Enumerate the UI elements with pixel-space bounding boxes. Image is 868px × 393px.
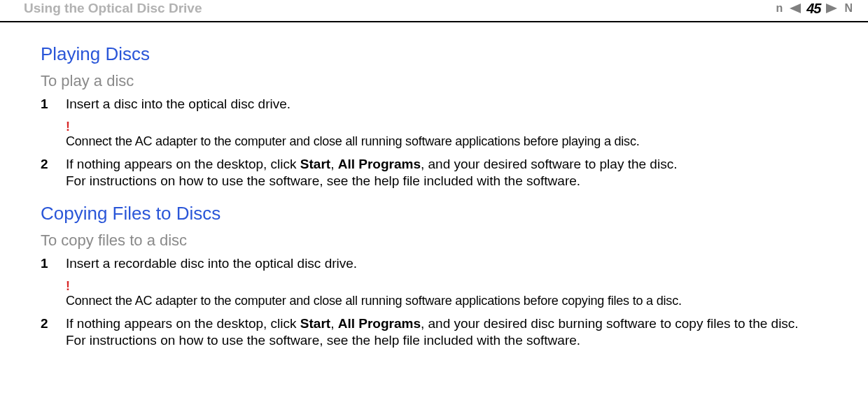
warning-note: ! Connect the AC adapter to the computer… (66, 280, 844, 308)
page: Using the Optical Disc Drive n 45 N Play… (0, 0, 868, 368)
text-fragment: , and your desired software to play the … (421, 157, 677, 171)
step-number: 2 (41, 156, 66, 173)
bold-all-programs: All Programs (338, 316, 421, 331)
warning-icon: ! (66, 280, 844, 292)
step-text: If nothing appears on the desktop, click… (66, 156, 844, 190)
step-number: 1 (41, 96, 66, 113)
arrow-right-icon[interactable] (826, 3, 837, 13)
section-heading-playing-discs: Playing Discs (41, 43, 844, 65)
text-fragment: , (330, 157, 338, 171)
page-number: 45 (806, 1, 820, 17)
bold-all-programs: All Programs (338, 157, 421, 171)
arrow-left-icon[interactable] (790, 3, 801, 13)
subheading-to-play-a-disc: To play a disc (41, 72, 844, 90)
section-heading-copying-files: Copying Files to Discs (41, 203, 844, 224)
text-fragment: For instructions on how to use the softw… (66, 173, 580, 188)
step-1: 1 Insert a disc into the optical disc dr… (41, 96, 844, 113)
step-number: 2 (41, 315, 66, 333)
subheading-to-copy-files: To copy files to a disc (41, 231, 844, 250)
bold-start: Start (300, 316, 330, 331)
top-bar: Using the Optical Disc Drive n 45 N (0, 0, 868, 22)
nav-next-letter: N (844, 2, 853, 15)
warning-note: ! Connect the AC adapter to the computer… (66, 120, 844, 149)
warning-text: Connect the AC adapter to the computer a… (66, 134, 844, 149)
content: Playing Discs To play a disc 1 Insert a … (0, 22, 868, 368)
breadcrumb: Using the Optical Disc Drive (24, 1, 202, 16)
text-fragment: , and your desired disc burning software… (421, 316, 799, 331)
step-text: Insert a recordable disc into the optica… (66, 255, 844, 273)
step-1: 1 Insert a recordable disc into the opti… (41, 255, 844, 273)
text-fragment: If nothing appears on the desktop, click (66, 316, 300, 331)
step-2: 2 If nothing appears on the desktop, cli… (41, 315, 844, 350)
text-fragment: If nothing appears on the desktop, click (66, 157, 300, 171)
nav-prev-letter: n (776, 2, 783, 15)
page-nav: n 45 N (774, 1, 854, 17)
text-fragment: For instructions on how to use the softw… (66, 333, 580, 348)
bold-start: Start (300, 157, 330, 171)
step-text: If nothing appears on the desktop, click… (66, 315, 844, 350)
warning-text: Connect the AC adapter to the computer a… (66, 294, 844, 308)
step-text: Insert a disc into the optical disc driv… (66, 96, 844, 113)
text-fragment: , (330, 316, 338, 331)
step-2: 2 If nothing appears on the desktop, cli… (41, 156, 844, 190)
warning-icon: ! (66, 120, 844, 133)
step-number: 1 (41, 255, 66, 273)
